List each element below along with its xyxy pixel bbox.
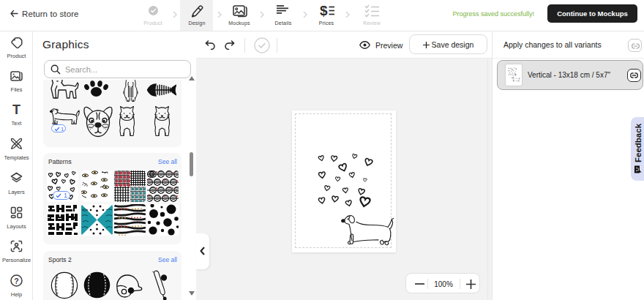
svg-text:T: T: [12, 103, 20, 116]
svg-text:?: ?: [14, 277, 18, 285]
svg-text:$: $: [320, 3, 328, 18]
